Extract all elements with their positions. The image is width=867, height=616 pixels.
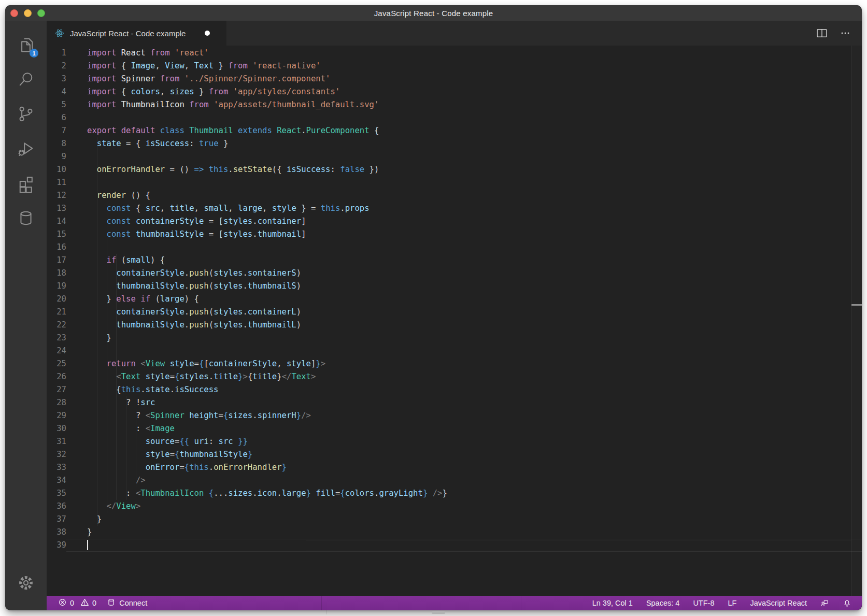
code-token: thumbnailStyle (116, 320, 184, 330)
code-line-content: import React from 'react' (66, 47, 862, 60)
code-token: onError (146, 463, 180, 472)
code-line[interactable]: 10 onErrorHandler = () => this.setState(… (47, 163, 862, 176)
indent-guide (126, 396, 126, 500)
code-token (87, 139, 97, 148)
code-token: isSuccess (175, 385, 219, 394)
code-token: const (107, 217, 131, 226)
code-token: push (189, 307, 209, 317)
code-line[interactable]: 20 } else if (large) { (47, 293, 862, 306)
activity-run-debug[interactable] (5, 132, 47, 167)
code-token: ] (311, 359, 316, 368)
code-token (189, 437, 194, 446)
line-number: 4 (47, 85, 66, 98)
code-line[interactable]: 34 /> (47, 474, 862, 487)
code-line[interactable]: 5import ThumbnailIcon from 'app/assets/t… (47, 98, 862, 111)
tab-javascript-react[interactable]: JavaScript React - Code example (47, 21, 226, 46)
activity-explorer[interactable]: 1 (5, 28, 47, 63)
code-editor[interactable]: 1import React from 'react'2import { Imag… (47, 46, 862, 596)
code-line[interactable]: 23 } (47, 332, 862, 345)
code-line[interactable]: 17 if (small) { (47, 254, 862, 267)
code-line[interactable]: 21 containerStyle.push(styles.containerL… (47, 306, 862, 319)
run-debug-icon (17, 139, 35, 160)
activity-extensions[interactable] (5, 167, 47, 202)
window-title: JavaScript React - Code example (5, 9, 862, 18)
code-line[interactable]: 2import { Image, View, Text } from 'reac… (47, 60, 862, 73)
code-line[interactable]: 30 : <Image (47, 422, 862, 435)
code-token (87, 307, 116, 317)
code-line[interactable]: 28 ? !src (47, 396, 862, 409)
problems-indicator[interactable]: 0 0 (58, 598, 96, 608)
code-token: setState (233, 165, 272, 174)
line-number: 29 (47, 409, 66, 422)
line-number: 27 (47, 383, 66, 396)
indentation-setting[interactable]: Spaces: 4 (646, 599, 680, 607)
code-line[interactable]: 38} (47, 526, 862, 539)
code-line[interactable]: 22 thumbnailStyle.push(styles.thumbnailL… (47, 319, 862, 332)
feedback-icon[interactable] (820, 599, 829, 608)
code-token: } (238, 372, 243, 381)
language-mode[interactable]: JavaScript React (750, 599, 807, 607)
code-token: } (296, 411, 301, 420)
code-line[interactable]: 12 render () { (47, 189, 862, 202)
code-token: from (160, 74, 180, 83)
code-token: ? ! (87, 398, 140, 407)
split-editor-icon[interactable] (815, 26, 829, 40)
background-artifact-line (321, 596, 322, 610)
code-line[interactable]: 18 containerStyle.push(styles.sontainerS… (47, 267, 862, 280)
code-token (116, 48, 121, 58)
eol-setting[interactable]: LF (728, 599, 736, 607)
notifications-bell-icon[interactable] (843, 599, 851, 608)
code-line[interactable]: 31 source={{ uri: src }} (47, 435, 862, 448)
more-actions-icon[interactable] (839, 27, 851, 39)
code-token: source (146, 437, 175, 446)
code-token: < (146, 411, 150, 420)
activity-search[interactable] (5, 63, 47, 97)
code-line[interactable]: 9 (47, 150, 862, 163)
code-line[interactable]: 3import Spinner from '../Spinner/Spinner… (47, 73, 862, 85)
code-line[interactable]: 29 ? <Spinner height={sizes.spinnerH}/> (47, 409, 862, 422)
code-line-content: thumbnailStyle.push(styles.thumbnailS) (66, 280, 862, 293)
code-token: </ (107, 502, 117, 511)
code-token: { (369, 126, 379, 135)
cursor-position[interactable]: Ln 39, Col 1 (592, 599, 633, 607)
code-line[interactable]: 8 state = { isSuccess: true } (47, 137, 862, 150)
editor-scrollbar-gutter[interactable] (852, 46, 862, 596)
code-line[interactable]: 36 </View> (47, 500, 862, 513)
code-token (87, 268, 116, 278)
code-line[interactable]: 37 } (47, 513, 862, 526)
code-token: style (146, 372, 170, 381)
code-line[interactable]: 24 (47, 345, 862, 357)
code-line[interactable]: 15 const thumbnailStyle = [styles.thumbn… (47, 228, 862, 241)
encoding-setting[interactable]: UTF-8 (693, 599, 714, 607)
code-line[interactable]: 7export default class Thumbnail extends … (47, 124, 862, 137)
code-line[interactable]: 16 (47, 241, 862, 254)
code-line[interactable]: 19 thumbnailStyle.push(styles.thumbnailS… (47, 280, 862, 293)
code-line[interactable]: 33 onError={this.onErrorHandler} (47, 461, 862, 474)
code-line[interactable]: 35 : <ThumbnailIcon {...sizes.icon.large… (47, 487, 862, 500)
code-line[interactable]: 32 style={thumbnailStyle} (47, 448, 862, 461)
activity-source-control[interactable] (5, 97, 47, 132)
code-line[interactable]: 26 <Text style={styles.title}>{title}</T… (47, 370, 862, 383)
code-line[interactable]: 27 {this.state.isSuccess (47, 383, 862, 396)
code-line-content: import { colors, sizes } from 'app/style… (66, 85, 862, 98)
code-line[interactable]: 11 (47, 176, 862, 189)
code-token: { (199, 359, 204, 368)
code-token: ( (209, 281, 214, 291)
code-token: large (238, 204, 262, 213)
code-line[interactable]: 6 (47, 111, 862, 124)
code-line[interactable]: 14 const containerStyle = [styles.contai… (47, 215, 862, 228)
code-line[interactable]: 4import { colors, sizes } from 'app/styl… (47, 85, 862, 98)
code-line[interactable]: 13 const { src, title, small, large, sty… (47, 202, 862, 215)
overview-ruler-marker[interactable] (851, 304, 862, 306)
code-token: : (189, 139, 199, 148)
code-token: Text (194, 61, 214, 70)
activity-settings[interactable] (5, 566, 47, 601)
code-line-content: state = { isSuccess: true } (66, 137, 862, 150)
remote-connect-button[interactable]: Connect (107, 598, 147, 608)
code-token (184, 126, 189, 135)
code-line[interactable]: 39 (47, 539, 862, 552)
tab-modified-indicator[interactable] (205, 31, 210, 36)
activity-database[interactable] (5, 202, 47, 236)
code-line[interactable]: 25 return <View style={[containerStyle, … (47, 357, 862, 370)
code-line[interactable]: 1import React from 'react' (47, 47, 862, 60)
